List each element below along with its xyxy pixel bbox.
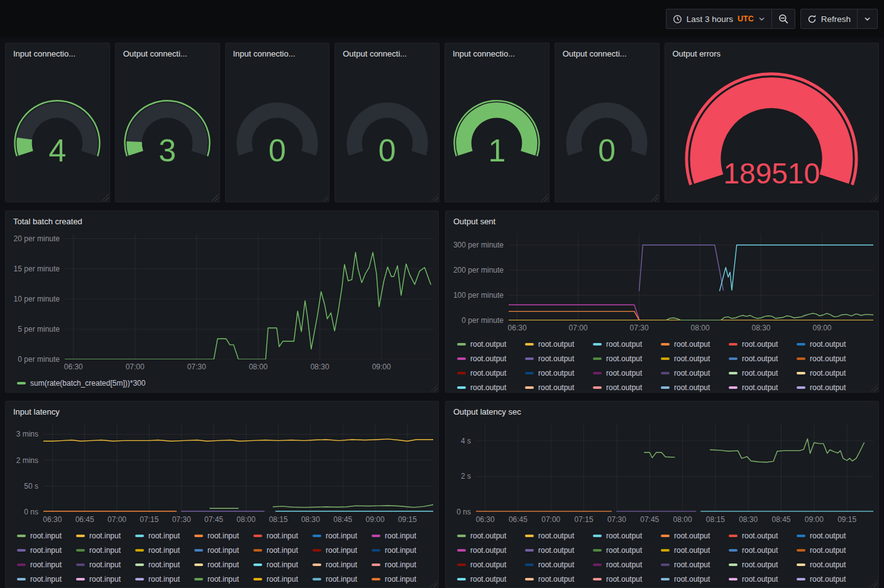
legend-item[interactable]: root.output (457, 531, 525, 541)
legend-item[interactable]: root.input (372, 574, 431, 584)
legend-item[interactable]: root.input (194, 560, 253, 570)
legend-item[interactable]: sum(rate(batch_created[5m]))*300 (17, 378, 145, 388)
panel-title[interactable]: Input connectio... (226, 43, 329, 65)
legend-item[interactable]: root.output (457, 339, 525, 349)
legend-item[interactable]: root.output (661, 531, 729, 541)
legend-item[interactable]: root.output (797, 531, 865, 541)
legend-item[interactable]: root.output (661, 368, 729, 378)
legend-item[interactable]: root.input (312, 531, 372, 541)
refresh-button[interactable]: Refresh (801, 9, 857, 28)
panel-title[interactable]: Output connecti... (335, 43, 439, 65)
legend-item[interactable]: root.output (729, 354, 797, 364)
legend-item[interactable]: root.input (372, 545, 431, 555)
legend-item[interactable]: root.output (661, 354, 729, 364)
refresh-interval-dropdown[interactable] (857, 9, 877, 28)
legend-item[interactable]: root.output (457, 383, 525, 393)
legend-item[interactable]: root.output (457, 574, 525, 584)
legend-item[interactable]: root.output (729, 339, 797, 349)
legend-item[interactable]: root.output (729, 560, 797, 570)
panel-resize-handle[interactable] (651, 194, 658, 201)
legend-item[interactable]: root.output (661, 574, 729, 584)
legend-item[interactable]: root.output (525, 560, 593, 570)
panel-title[interactable]: Input latency (6, 401, 438, 423)
legend-item[interactable]: root.input (76, 574, 135, 584)
legend-item[interactable]: root.output (593, 339, 661, 349)
legend-item[interactable]: root.input (194, 574, 253, 584)
legend-item[interactable]: root.output (457, 368, 525, 378)
panel-resize-handle[interactable] (431, 194, 438, 201)
legend-item[interactable]: root.input (76, 545, 135, 555)
legend-item[interactable]: root.input (312, 560, 372, 570)
legend-item[interactable]: root.output (797, 354, 865, 364)
legend-item[interactable]: root.output (661, 383, 729, 393)
legend-item[interactable]: root.output (457, 545, 525, 555)
legend-item[interactable]: root.output (797, 574, 865, 584)
chart-plot-area[interactable] (509, 234, 873, 320)
legend-item[interactable]: root.input (372, 560, 431, 570)
legend-item[interactable]: root.output (593, 383, 661, 393)
legend-item[interactable]: root.output (525, 545, 593, 555)
panel-title[interactable]: Input connectio... (6, 43, 109, 65)
legend-item[interactable]: root.output (525, 339, 593, 349)
chart-plot-area[interactable] (43, 424, 433, 512)
panel-title[interactable]: Output latency sec (446, 401, 878, 423)
panel-title[interactable]: Output connecti... (555, 43, 659, 65)
legend-item[interactable]: root.output (593, 368, 661, 378)
legend-item[interactable]: root.input (17, 560, 76, 570)
legend-item[interactable]: root.input (372, 531, 431, 541)
legend-item[interactable]: root.output (729, 574, 797, 584)
legend-item[interactable]: root.input (253, 531, 312, 541)
legend-item[interactable]: root.input (312, 545, 372, 555)
legend-item[interactable]: root.input (135, 545, 194, 555)
panel-title[interactable]: Output connecti... (116, 43, 219, 65)
chart-plot-area[interactable] (65, 234, 433, 359)
legend-item[interactable]: root.output (661, 339, 729, 349)
legend-item[interactable]: root.output (593, 574, 661, 584)
legend-item[interactable]: root.output (525, 574, 593, 584)
zoom-out-button[interactable] (771, 9, 795, 28)
panel-resize-handle[interactable] (102, 194, 109, 201)
legend-item[interactable]: root.output (593, 545, 661, 555)
legend-item[interactable]: root.output (729, 368, 797, 378)
legend-item[interactable]: root.input (17, 574, 76, 584)
panel-title[interactable]: Input connectio... (445, 43, 549, 65)
legend-item[interactable]: root.output (661, 560, 729, 570)
legend-item[interactable]: root.input (76, 560, 135, 570)
legend-item[interactable]: root.output (593, 531, 661, 541)
legend-item[interactable]: root.output (457, 560, 525, 570)
legend-item[interactable]: root.output (457, 354, 525, 364)
panel-title[interactable]: Total batch created (6, 211, 438, 232)
legend-item[interactable]: root.output (797, 383, 865, 393)
time-range-button[interactable]: Last 3 hours UTC (666, 9, 771, 28)
legend-item[interactable]: root.input (253, 545, 312, 555)
legend-item[interactable]: root.output (797, 368, 865, 378)
legend-item[interactable]: root.input (76, 531, 135, 541)
legend-item[interactable]: root.input (253, 574, 312, 584)
legend-item[interactable]: root.input (312, 574, 372, 584)
legend-item[interactable]: root.output (525, 368, 593, 378)
legend-item[interactable]: root.output (593, 560, 661, 570)
legend-item[interactable]: root.input (17, 545, 76, 555)
legend-item[interactable]: root.output (729, 383, 797, 393)
panel-resize-handle[interactable] (541, 194, 548, 201)
panel-resize-handle[interactable] (871, 194, 878, 201)
legend-item[interactable]: root.output (525, 354, 593, 364)
panel-title[interactable]: Output sent (446, 211, 878, 232)
legend-item[interactable]: root.output (525, 531, 593, 541)
legend-item[interactable]: root.output (593, 354, 661, 364)
legend-item[interactable]: root.output (797, 339, 865, 349)
legend-item[interactable]: root.output (729, 531, 797, 541)
legend-item[interactable]: root.input (135, 574, 194, 584)
legend-item[interactable]: root.output (729, 545, 797, 555)
legend-item[interactable]: root.input (253, 560, 312, 570)
legend-item[interactable]: root.output (797, 545, 865, 555)
legend-item[interactable]: root.input (194, 531, 253, 541)
legend-item[interactable]: root.input (135, 531, 194, 541)
legend-item[interactable]: root.output (661, 545, 729, 555)
panel-resize-handle[interactable] (212, 194, 219, 201)
panel-resize-handle[interactable] (321, 194, 328, 201)
legend-item[interactable]: root.input (17, 531, 76, 541)
legend-item[interactable]: root.input (194, 545, 253, 555)
legend-item[interactable]: root.output (525, 383, 593, 393)
legend-item[interactable]: root.input (135, 560, 194, 570)
